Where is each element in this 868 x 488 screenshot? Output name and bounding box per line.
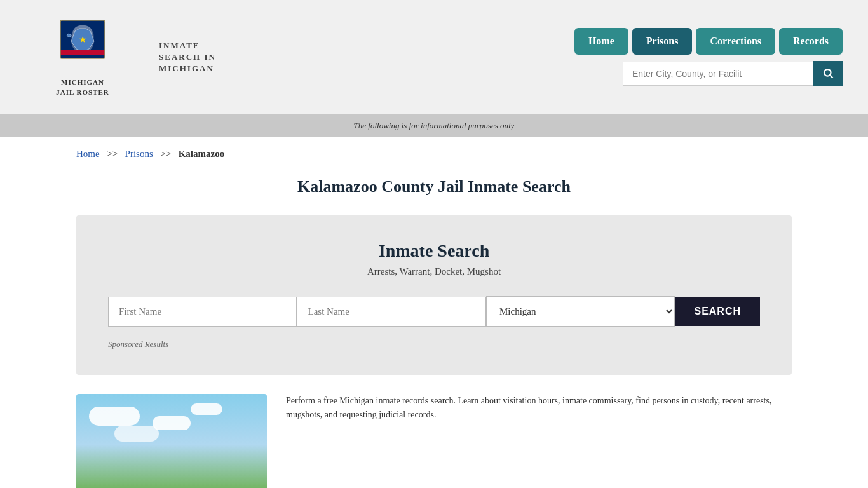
michigan-logo-icon: ★ xyxy=(57,17,108,74)
first-name-input[interactable] xyxy=(108,297,297,327)
info-bar-text: The following is for informational purpo… xyxy=(354,121,515,130)
info-bar: The following is for informational purpo… xyxy=(0,114,868,137)
nav-records-button[interactable]: Records xyxy=(779,28,843,55)
bottom-image xyxy=(76,394,267,488)
nav-corrections-button[interactable]: Corrections xyxy=(696,28,775,55)
inmate-search-button[interactable]: SEARCH xyxy=(675,297,760,326)
header-search-button[interactable] xyxy=(813,61,843,86)
search-box-title: Inmate Search xyxy=(108,241,760,261)
sponsored-label: Sponsored Results xyxy=(108,339,760,349)
svg-text:★: ★ xyxy=(79,35,87,44)
search-form: Michigan SEARCH xyxy=(108,296,760,327)
page-title: Kalamazoo County Jail Inmate Search xyxy=(0,177,868,196)
site-title: INMATE SEARCH IN MICHIGAN xyxy=(159,40,235,75)
last-name-input[interactable] xyxy=(297,297,485,327)
logo-area: ★ MICHIGAN JAIL ROSTER xyxy=(25,17,140,97)
breadcrumb: Home >> Prisons >> Kalamazoo xyxy=(0,137,868,171)
svg-point-6 xyxy=(824,69,831,76)
search-icon xyxy=(822,67,834,79)
svg-rect-4 xyxy=(60,55,105,58)
search-box-subtitle: Arrests, Warrant, Docket, Mugshot xyxy=(108,266,760,277)
breadcrumb-separator-1: >> xyxy=(104,149,119,159)
breadcrumb-prisons-link[interactable]: Prisons xyxy=(125,149,153,159)
svg-line-7 xyxy=(830,75,832,78)
breadcrumb-current: Kalamazoo xyxy=(179,149,225,159)
search-container: Inmate Search Arrests, Warrant, Docket, … xyxy=(76,215,792,375)
bottom-description: Perform a free Michigan inmate records s… xyxy=(286,394,792,423)
breadcrumb-separator-2: >> xyxy=(158,149,173,159)
header: ★ MICHIGAN JAIL ROSTER INMATE SEARCH IN … xyxy=(0,0,868,114)
logo-text: MICHIGAN JAIL ROSTER xyxy=(56,78,109,97)
header-search-input[interactable] xyxy=(623,62,813,86)
state-select[interactable]: Michigan xyxy=(486,296,675,327)
nav-home-button[interactable]: Home xyxy=(574,28,628,55)
nav-bar: Home Prisons Corrections Records xyxy=(574,28,843,55)
breadcrumb-home-link[interactable]: Home xyxy=(76,149,100,159)
header-search-bar xyxy=(623,61,843,86)
nav-prisons-button[interactable]: Prisons xyxy=(632,28,693,55)
header-right: Home Prisons Corrections Records xyxy=(574,28,843,86)
bottom-content: Perform a free Michigan inmate records s… xyxy=(76,394,792,488)
